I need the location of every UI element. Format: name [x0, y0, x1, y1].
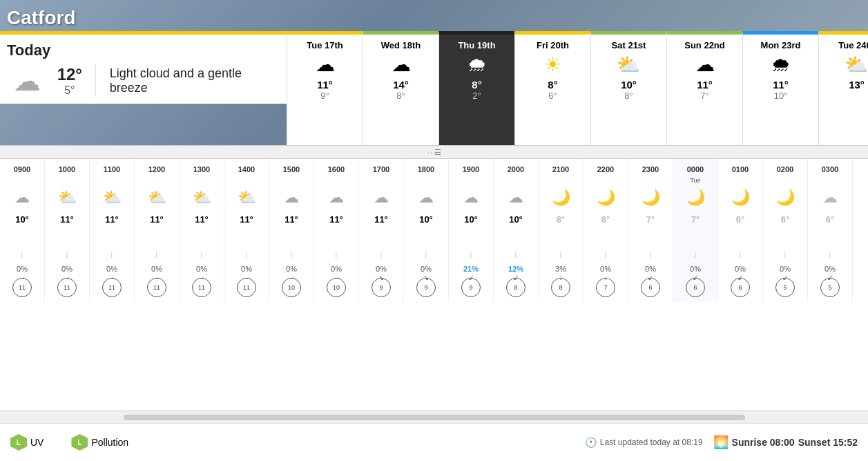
sunrise-sunset: 🌅 Sunrise 08:00 Sunset 15:52 — [713, 435, 858, 450]
hour-day-label — [316, 177, 357, 184]
day-label: Mon 23rd — [746, 40, 815, 50]
hour-wind: 11 → — [181, 275, 222, 299]
hour-col-0200: 0200 🌙 6° ⁞ 0% 5 ↙ — [763, 159, 808, 302]
hour-wind: 6 ↙ — [675, 275, 716, 299]
wind-circle: 11 → — [57, 278, 77, 297]
wind-circle: 11 → — [237, 278, 256, 297]
hour-weather-icon: ⛅ — [91, 184, 133, 211]
hour-precip-icon: ⁞ — [91, 247, 133, 263]
hour-col-1600: 1600 ☁ 11° ⁞ 0% 10 → — [314, 159, 359, 302]
hour-temp: 6° — [764, 211, 806, 227]
day-max-temp: 8° — [443, 79, 511, 91]
hour-wind: 9 ↘ — [405, 275, 447, 299]
hour-wind: 10 → — [271, 275, 312, 299]
hour-label: 0900 — [1, 162, 43, 177]
hour-wind: 5 ↙ — [764, 275, 806, 299]
hour-col-1300: 1300 ⛅ 11° ⁞ 0% 11 → — [180, 159, 224, 302]
day-icon: ☁ — [367, 53, 435, 76]
forecast-day-tue17[interactable]: Tue 17th ☁ 11° 9° — [287, 31, 363, 145]
hour-col-1400: 1400 ⛅ 11° ⁞ 0% 11 → — [224, 159, 269, 302]
last-updated: 🕐 Last updated today at 08:19 — [585, 437, 703, 448]
hour-col-1800: 1800 ☁ 10° ⁞ 0% 9 ↘ — [404, 159, 449, 302]
forecast-day-thu19[interactable]: Thu 19th 🌧 8° 2° — [438, 31, 514, 145]
wind-circle: 11 → — [147, 278, 166, 297]
hour-col-2000: 2000 ☁ 10° ⁞ 12% 8 ↙ — [494, 159, 539, 302]
hour-weather-icon: ☁ — [495, 184, 537, 211]
hourly-section[interactable]: 0900 ☁ 10° ⁞ 0% 11 → 1000 ⛅ 11° ⁞ 0% 11 … — [0, 159, 868, 423]
hour-col-1100: 1100 ⛅ 11° ⁞ 0% 11 → — [90, 159, 135, 302]
hour-precip-icon: ⁞ — [630, 247, 671, 263]
hour-day-label — [495, 177, 537, 184]
scroll-bar-bottom[interactable] — [0, 411, 868, 423]
forecast-day-mon23[interactable]: Mon 23rd 🌧 11° 10° — [742, 31, 818, 145]
hour-precip-icon: ⁞ — [720, 247, 761, 263]
hour-precip-icon: ⁞ — [226, 247, 267, 263]
forecast-day-sat21[interactable]: Sat 21st ⛅ 10° 8° — [590, 31, 666, 145]
hour-day-label — [91, 177, 133, 184]
hour-day-label — [181, 177, 222, 184]
hour-temp: 8° — [540, 211, 581, 227]
hour-weather-icon: 🌙 — [764, 184, 806, 211]
today-panel: Today ☁ 12° 5° Light cloud and a gentle … — [0, 31, 287, 104]
hour-label: 1000 — [46, 162, 88, 177]
hour-wind: 9 ↙ — [450, 275, 492, 299]
scroll-bar-top[interactable]: ☰ — [0, 145, 868, 159]
hour-temp: 6° — [809, 211, 851, 227]
forecast-day-tue24[interactable]: Tue 24th ⛅ 13° — [818, 31, 868, 145]
hour-weather-icon: ⛅ — [181, 184, 222, 211]
hour-label: 0100 — [720, 162, 761, 177]
hour-label: 0000 — [675, 162, 716, 177]
hour-wind: 11 → — [46, 275, 88, 299]
hour-label: 1600 — [316, 162, 357, 177]
hour-wind: 5 ↙ — [809, 275, 851, 299]
hour-day-label — [271, 177, 312, 184]
hour-precip-icon: ⁞ — [181, 247, 222, 263]
hour-label: 2200 — [585, 162, 626, 177]
hour-temp: 10° — [450, 211, 492, 227]
day-min-temp: 2° — [443, 91, 511, 101]
wind-circle: 5 ↙ — [820, 278, 840, 297]
location-title: Catford — [7, 7, 76, 29]
hour-weather-icon: ☁ — [405, 184, 447, 211]
forecast-day-wed18[interactable]: Wed 18th ☁ 14° 8° — [363, 31, 438, 145]
hour-precip-icon: ⁞ — [405, 247, 447, 263]
wind-circle: 6 ↙ — [686, 278, 705, 297]
hour-precip-icon: ⁞ — [271, 247, 312, 263]
day-max-temp: 11° — [291, 79, 359, 91]
hour-col-0300: 0300 ☁ 6° ⁞ 0% 5 ↙ — [808, 159, 853, 302]
hour-day-label — [809, 177, 851, 184]
wind-circle: 7 ↓ — [596, 278, 615, 297]
day-icon: ☀ — [519, 53, 587, 76]
hour-label: 1200 — [136, 162, 177, 177]
day-min-temp: 8° — [367, 91, 435, 101]
today-max-temp: 12° — [55, 65, 85, 84]
forecast-day-fri20[interactable]: Fri 20th ☀ 8° 6° — [514, 31, 590, 145]
day-icon: ☁ — [291, 53, 359, 76]
hour-wind: 10 → — [316, 275, 357, 299]
hour-weather-icon: 🌙 — [630, 184, 671, 211]
wind-circle: 8 ↙ — [506, 278, 525, 297]
hour-precip-icon: ⁞ — [360, 247, 402, 263]
today-label: Today — [7, 41, 280, 59]
pollution-label: Pollution — [91, 437, 128, 448]
hour-weather-icon: ⛅ — [46, 184, 88, 211]
hour-col-2200: 2200 🌙 8° ⁞ 0% 7 ↓ — [584, 159, 628, 302]
hour-label: 1500 — [271, 162, 312, 177]
hour-label: 2000 — [495, 162, 537, 177]
hour-label: 1700 — [360, 162, 402, 177]
day-max-temp: 8° — [519, 79, 587, 91]
hour-col-0900: 0900 ☁ 10° ⁞ 0% 11 → — [0, 159, 45, 302]
hour-day-label — [136, 177, 177, 184]
hour-weather-icon: ☁ — [271, 184, 312, 211]
forecast-day-sun22[interactable]: Sun 22nd ☁ 11° 7° — [666, 31, 742, 145]
hour-weather-icon: 🌙 — [540, 184, 581, 211]
day-label: Wed 18th — [367, 40, 435, 50]
hour-weather-icon: ☁ — [809, 184, 851, 211]
hour-day-label — [1, 177, 43, 184]
hour-label: 1300 — [181, 162, 222, 177]
pollution-badge: L — [71, 434, 88, 451]
hour-wind: 11 → — [226, 275, 267, 299]
hour-temp: 11° — [136, 211, 177, 227]
uv-badge: L — [10, 434, 27, 451]
today-temperatures: 12° 5° — [55, 65, 96, 97]
